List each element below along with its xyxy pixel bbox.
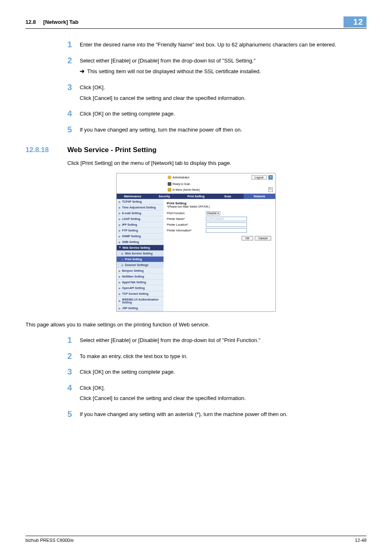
select-print-function[interactable]: Disable ▾ [206,211,220,215]
step: 3Click [OK] on the setting complete page… [67,368,367,376]
sidebar-label: TCP Socket Setting [122,292,148,295]
step-number: 1 [67,336,80,345]
step-number: 2 [67,56,80,76]
panel-note: *(Please turn Main Switch OFF/ON.) [167,205,272,208]
page-header: 12.8 [Network] Tab 12 [25,16,367,29]
sidebar-item[interactable]: ▶OpenAPI Setting [117,285,164,291]
sidebar-label: SNMP Setting [122,235,141,238]
sidebar-item[interactable]: ▶TCP/IP Setting [117,199,164,205]
ok-button[interactable]: OK [242,236,253,240]
sidebar-label: OpenAPI Setting [122,287,145,289]
step-body: To make an entry, click the text box to … [80,352,187,361]
form-row: Printer Location* [167,222,272,227]
cancel-button[interactable]: Cancel [255,236,271,240]
step-number: 4 [67,384,80,402]
sidebar-label: Bonjour Setting [122,269,144,272]
step: 2Select either [Enable] or [Disable] fro… [67,56,367,76]
tab-scan[interactable]: Scan [212,194,244,199]
step-body: Click [OK] on the setting complete page. [80,368,175,376]
triangle-icon: ▶ [122,252,124,255]
sidebar-item[interactable]: ▶E-mail Setting [117,210,164,216]
triangle-icon: ▶ [122,258,124,261]
sidebar-label: TCP/IP Setting [122,200,142,203]
triangle-icon: ▶ [119,281,121,284]
status-icon [168,182,171,186]
help-icon[interactable]: ? [268,175,273,180]
step-body: Click [OK].Click [Cancel] to cancel the … [80,83,246,102]
step-sub: ➔This setting item will not be displayed… [80,67,261,76]
triangle-icon: ▶ [119,275,121,278]
tab-print-setting[interactable]: Print Setting [180,194,212,199]
step: 1Enter the desired name into the "Friend… [67,40,367,49]
step: 5If you have changed any setting with an… [67,410,367,419]
triangle-icon: ▶ [119,269,121,272]
step-body: Select either [Enable] or [Disable] from… [80,336,261,345]
logout-button[interactable]: Logout [251,175,267,180]
sidebar-item[interactable]: ▶SMB Setting [117,239,164,245]
panel-title: Print Setting [167,201,272,205]
triangle-icon: ▶ [119,217,121,220]
refresh-icon[interactable] [268,187,273,192]
section-heading: 12.8.18 Web Service - Print Setting [25,146,367,154]
triangle-icon: ▶ [119,206,121,209]
step-number: 4 [67,109,80,118]
sidebar-label: LDAP Setting [122,217,141,220]
sidebar-item[interactable]: ▶Web Service Setting [117,251,164,257]
mode-icon [168,188,171,192]
sidebar-item[interactable]: ▶Bonjour Setting [117,268,164,274]
sidebar-item[interactable]: ▶IPP Setting [117,222,164,228]
user-icon [168,176,171,179]
sidebar-item[interactable]: ▶IEEE802.1X Authentication Setting [117,297,164,305]
sidebar-item[interactable]: ▶Time Adjustment Setting [117,205,164,210]
triangle-icon: ▶ [119,235,121,238]
tab-maintenance[interactable]: Maintenance [117,194,148,199]
input-printer-location-[interactable] [206,222,247,227]
sidebar-item[interactable]: ▶Print Setting [117,257,164,262]
sidebar-label: JSP Setting [122,307,138,310]
sidebar-item[interactable]: ▶JSP Setting [117,305,164,311]
arrow-icon: ➔ [80,68,85,74]
form-label: Printer Information* [167,229,206,232]
sidebar-label: Time Adjustment Setting [122,206,156,209]
tab-security[interactable]: Security [148,194,180,199]
sidebar-item[interactable]: ▶AppleTalk Setting [117,280,164,285]
step: 4Click [OK] on the setting complete page… [67,109,367,118]
step-body: Click [OK] on the setting complete page. [80,109,175,118]
sidebar-item[interactable]: ▶NetWare Setting [117,274,164,280]
after-screenshot-para: This page allows you to make settings on… [25,321,367,329]
sidebar-item[interactable]: ▼Web Service Setting [117,245,164,251]
section-number: 12.8.18 [25,146,67,154]
sidebar-item[interactable]: ▶Scanner Settings [117,262,164,268]
section-title: Web Service - Print Setting [67,146,157,154]
form-label: Printer Name* [167,217,206,220]
sidebar-item[interactable]: ▶LDAP Setting [117,216,164,222]
form-row: Printer Name* [167,217,272,221]
page-footer: bizhub PRESS C8000/e 12-48 [25,536,367,543]
sidebar-label: NetWare Setting [122,275,144,278]
triangle-icon: ▶ [119,229,121,232]
sidebar-label: E-mail Setting [122,212,141,215]
step-number: 2 [67,352,80,361]
step-number: 5 [67,410,80,419]
header-title: [Network] Tab [43,19,343,25]
triangle-icon: ▶ [119,223,121,226]
tab-network[interactable]: Network [244,194,275,199]
sidebar-item[interactable]: ▶SNMP Setting [117,234,164,239]
user-label: Administrator [173,176,189,179]
input-printer-name-[interactable] [206,217,247,221]
header-chapter-box: 12 [344,16,367,28]
status-text-1: Ready to Scan. [173,183,191,185]
footer-left: bizhub PRESS C8000/e [25,538,74,543]
step-body: Select either [Enable] or [Disable] from… [80,56,261,76]
triangle-icon: ▶ [119,292,121,295]
sidebar-label: Web Service Setting [125,252,152,255]
triangle-icon: ▶ [119,200,121,203]
step: 1Select either [Enable] or [Disable] fro… [67,336,367,345]
step-number: 3 [67,368,80,376]
input-printer-information-[interactable] [206,228,247,233]
sidebar-item[interactable]: ▶FTP Setting [117,228,164,234]
sidebar-item[interactable]: ▶TCP Socket Setting [117,291,164,297]
embedded-screenshot: Administrator Logout ? Ready to Scan. In… [116,173,276,312]
form-label: Printer Location* [167,223,206,226]
form-row: Printer Information* [167,228,272,233]
